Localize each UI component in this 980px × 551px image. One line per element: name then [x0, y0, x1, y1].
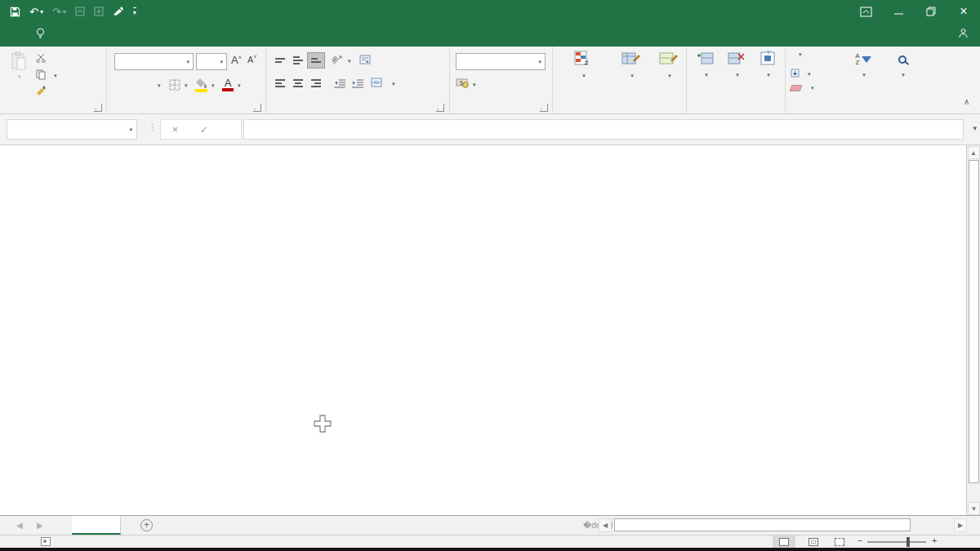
name-box[interactable]: ▾: [7, 119, 137, 140]
accounting-format-icon[interactable]: $: [456, 78, 470, 91]
magnifier-icon: [898, 51, 906, 69]
insert-cells-button[interactable]: ▾: [690, 51, 721, 80]
fill-button[interactable]: ▾: [791, 69, 811, 80]
zoom-out-icon[interactable]: −: [858, 535, 862, 545]
paste-button[interactable]: ▾: [5, 51, 33, 82]
borders-caret-icon[interactable]: ▾: [185, 82, 188, 89]
clear-button[interactable]: ▾: [791, 85, 814, 91]
merge-center-button[interactable]: ▾: [371, 78, 395, 90]
scroll-down-icon[interactable]: ▼: [968, 502, 980, 515]
macro-record-icon[interactable]: [41, 537, 51, 546]
sort-filter-icon: AZ: [855, 51, 871, 69]
formula-bar-splitter[interactable]: ⋮: [148, 122, 158, 132]
bottom-align-icon[interactable]: [308, 53, 324, 68]
ribbon-display-options-icon[interactable]: [849, 0, 882, 23]
autosum-button[interactable]: ▾: [791, 51, 802, 58]
font-name-combo[interactable]: ▾: [114, 53, 194, 70]
sheet-nav-next-icon[interactable]: ▶: [37, 516, 43, 535]
enter-entry-icon[interactable]: ✓: [200, 124, 208, 136]
delete-cells-icon: [728, 51, 746, 69]
middle-align-icon[interactable]: [290, 53, 306, 68]
spreadsheet-grid[interactable]: [0, 145, 966, 515]
share-button[interactable]: [959, 23, 972, 47]
new-sheet-icon[interactable]: +: [140, 519, 153, 531]
format-cells-button[interactable]: ▾: [752, 51, 783, 80]
collapse-ribbon-icon[interactable]: ∧: [964, 97, 969, 106]
format-painter-icon: [36, 86, 47, 98]
expand-formula-bar-icon[interactable]: ▾: [973, 124, 977, 132]
conditional-formatting-icon: ≠: [574, 51, 592, 69]
sheet-nav-prev-icon[interactable]: ◀: [16, 516, 23, 535]
group-alignment: ab ▾ ▾ ⌟: [266, 47, 450, 113]
alignment-dialog-launcher[interactable]: ⌟: [436, 104, 444, 112]
top-align-icon[interactable]: [272, 53, 288, 68]
decrease-indent-icon[interactable]: [332, 76, 348, 91]
restore-button[interactable]: [915, 0, 947, 23]
font-color-icon[interactable]: A: [222, 77, 234, 91]
name-box-caret-icon[interactable]: ▾: [129, 127, 132, 133]
cell-styles-button[interactable]: ▾: [653, 51, 685, 81]
borders-icon[interactable]: [169, 79, 180, 93]
formula-input[interactable]: [243, 119, 964, 140]
number-format-combo[interactable]: ▾: [456, 53, 546, 70]
copy-icon: [36, 69, 46, 82]
align-center-icon[interactable]: [290, 76, 306, 91]
increase-indent-icon[interactable]: [350, 76, 366, 91]
increase-font-icon[interactable]: A˄: [231, 54, 242, 66]
close-button[interactable]: ×: [947, 0, 980, 23]
zoom-slider-thumb[interactable]: [906, 537, 910, 547]
wrap-text-button[interactable]: [359, 55, 375, 67]
horizontal-scrollbar[interactable]: [612, 518, 952, 532]
align-left-icon[interactable]: [272, 76, 288, 91]
normal-view-button[interactable]: [773, 535, 795, 549]
fill-down-icon: [791, 69, 800, 80]
format-as-table-button[interactable]: ▾: [610, 51, 653, 81]
page-layout-view-button[interactable]: [802, 535, 825, 549]
conditional-formatting-button[interactable]: ≠ ▾: [558, 51, 608, 81]
vertical-scrollbar[interactable]: ▲ ▼: [966, 145, 980, 516]
horizontal-scroll-thumb[interactable]: [614, 518, 911, 531]
group-font: ▾ ▾ A˄ A˅ ▾ ▾ ▾ A ▾ ⌟: [107, 47, 266, 113]
page-break-view-button[interactable]: [828, 535, 851, 549]
find-select-button[interactable]: ▾: [884, 51, 921, 80]
fill-color-icon[interactable]: [195, 78, 207, 92]
cancel-entry-icon[interactable]: ×: [172, 123, 178, 136]
scroll-right-icon[interactable]: ▶: [954, 518, 967, 532]
cell-cursor-pointer: [314, 415, 332, 435]
accounting-caret-icon[interactable]: ▾: [473, 82, 476, 88]
minimize-button[interactable]: [882, 0, 915, 23]
underline-caret-icon[interactable]: ▾: [158, 82, 161, 89]
font-size-combo[interactable]: ▾: [196, 53, 227, 70]
clipboard-dialog-launcher[interactable]: ⌟: [94, 104, 102, 112]
formula-bar-row: ▾ ⋮ × ✓ ▾: [0, 114, 980, 145]
sort-filter-button[interactable]: AZ ▾: [844, 51, 882, 80]
copy-button[interactable]: ▾: [36, 69, 57, 82]
fill-color-caret-icon[interactable]: ▾: [212, 82, 215, 89]
delete-cells-button[interactable]: ▾: [721, 51, 752, 80]
screen-edge-strip: [0, 548, 980, 551]
ribbon-tab-row: [0, 23, 980, 47]
decrease-font-icon[interactable]: A˅: [247, 54, 256, 64]
zoom-in-icon[interactable]: +: [932, 535, 937, 545]
align-right-icon[interactable]: [308, 76, 324, 91]
orientation-caret-icon[interactable]: ▾: [348, 58, 351, 64]
vertical-scroll-thumb[interactable]: [969, 160, 979, 483]
tab-file[interactable]: [0, 23, 24, 47]
scroll-left-icon[interactable]: ◀: [599, 518, 612, 532]
number-dialog-launcher[interactable]: ⌟: [540, 104, 548, 112]
format-painter-button[interactable]: [36, 86, 50, 98]
orientation-icon[interactable]: ab: [332, 53, 345, 69]
cut-button[interactable]: [36, 53, 49, 65]
svg-text:$: $: [460, 80, 463, 86]
zoom-slider-track[interactable]: [867, 541, 926, 543]
page-layout-view-icon: [808, 538, 818, 546]
sheet-tab-sheet1[interactable]: [72, 516, 121, 535]
ribbon: ▾ ▾ ⌟ ▾ ▾ A˄ A˅ ▾: [0, 47, 980, 114]
scroll-up-icon[interactable]: ▲: [968, 146, 980, 159]
eraser-icon: [790, 85, 803, 91]
svg-text:ab: ab: [332, 55, 338, 64]
insert-cells-icon: [697, 51, 715, 69]
font-color-caret-icon[interactable]: ▾: [238, 82, 241, 89]
font-dialog-launcher[interactable]: ⌟: [253, 104, 261, 112]
tell-me-box[interactable]: [36, 23, 50, 47]
